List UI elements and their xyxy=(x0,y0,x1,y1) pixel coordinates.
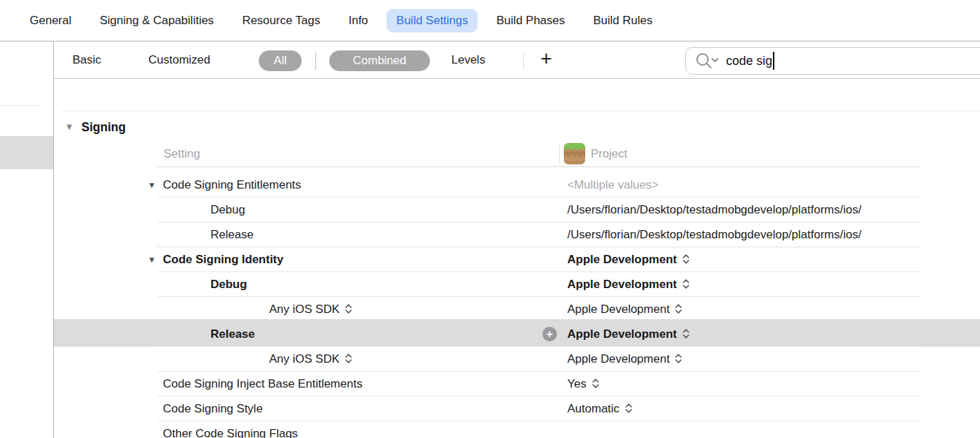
setting-value[interactable]: /Users/florian/Desktop/testadmobgdevelop… xyxy=(567,198,861,222)
setting-column-header: Setting xyxy=(164,141,200,166)
setting-value[interactable]: Apple Development xyxy=(567,297,683,322)
stepper-chevrons-icon[interactable] xyxy=(674,303,683,314)
tab-info[interactable]: Info xyxy=(349,14,368,28)
disclosure-triangle-icon[interactable]: ▼ xyxy=(65,115,74,140)
setting-value[interactable]: <Multiple values> xyxy=(567,173,658,198)
table-header-divider xyxy=(157,166,920,167)
setting-value[interactable]: Apple Development xyxy=(567,322,690,347)
settings-table-header: Setting Project xyxy=(0,141,980,166)
table-row-other-code-signing-flags[interactable]: Other Code Signing Flags xyxy=(54,421,980,438)
toolbar-divider xyxy=(315,52,316,70)
disclosure-triangle-icon[interactable]: ▼ xyxy=(148,247,156,272)
tab-build-settings[interactable]: Build Settings xyxy=(386,9,478,32)
setting-value[interactable]: /Users/florian/Desktop/testadmobgdevelop… xyxy=(567,222,861,247)
setting-value[interactable]: Apple Development xyxy=(567,247,690,272)
tab-resource-tags[interactable]: Resource Tags xyxy=(242,14,320,28)
stepper-chevrons-icon[interactable] xyxy=(682,254,690,265)
view-button-levels[interactable]: Levels xyxy=(451,41,485,78)
setting-value[interactable]: Apple Development xyxy=(567,347,683,372)
setting-name: Release xyxy=(210,322,255,347)
table-row-any-ios-sdk-7[interactable]: Any iOS SDKApple Development xyxy=(54,347,980,372)
stepper-chevrons-icon[interactable] xyxy=(591,378,600,389)
search-field[interactable]: code sig xyxy=(685,47,980,75)
signing-section-header[interactable]: ▼ Signing xyxy=(0,115,980,140)
table-row-debug[interactable]: Debug/Users/florian/Desktop/testadmobgde… xyxy=(54,198,980,222)
table-row-debug[interactable]: DebugApple Development xyxy=(54,272,980,297)
setting-value[interactable]: Apple Development xyxy=(567,272,690,297)
search-input-value[interactable]: code sig xyxy=(726,54,772,68)
setting-name: Code Signing Inject Base Entitlements xyxy=(163,372,362,397)
table-row-any-ios-sdk-5[interactable]: Any iOS SDKApple Development xyxy=(54,297,980,322)
project-app-icon xyxy=(564,143,585,173)
add-setting-button[interactable]: + xyxy=(540,41,552,76)
project-column-header: Project xyxy=(591,141,627,166)
setting-name: Debug xyxy=(210,198,245,222)
toolbar-divider xyxy=(523,52,524,70)
tab-general[interactable]: General xyxy=(30,14,71,28)
stepper-chevrons-icon[interactable] xyxy=(344,303,353,314)
setting-name: Debug xyxy=(210,272,247,297)
stepper-chevrons-icon[interactable] xyxy=(625,403,633,414)
setting-name: Any iOS SDK xyxy=(269,297,353,322)
setting-name: Code Signing Style xyxy=(163,397,263,421)
stepper-chevrons-icon[interactable] xyxy=(682,278,690,289)
stepper-chevrons-icon[interactable] xyxy=(682,328,690,339)
scope-button-basic[interactable]: Basic xyxy=(72,41,101,78)
table-row-code-signing-entitlements[interactable]: ▼Code Signing Entitlements<Multiple valu… xyxy=(54,173,980,198)
stepper-chevrons-icon[interactable] xyxy=(674,353,683,364)
table-row-code-signing-style[interactable]: Code Signing StyleAutomatic xyxy=(54,397,980,421)
tab-build-phases[interactable]: Build Phases xyxy=(496,14,565,28)
search-icon[interactable] xyxy=(695,52,718,70)
scope-button-all[interactable]: All xyxy=(259,50,302,71)
stepper-chevrons-icon[interactable] xyxy=(344,353,353,364)
setting-name: Code Signing Identity xyxy=(163,247,284,272)
scope-button-customized[interactable]: Customized xyxy=(148,41,210,78)
setting-value[interactable]: Yes xyxy=(567,372,600,397)
target-tab-bar: GeneralSigning & CapabilitiesResource Ta… xyxy=(0,0,980,41)
setting-name: Code Signing Entitlements xyxy=(163,173,301,198)
view-button-combined[interactable]: Combined xyxy=(329,50,430,71)
text-cursor xyxy=(773,52,774,70)
table-row-code-signing-inject-base-entitlements[interactable]: Code Signing Inject Base EntitlementsYes xyxy=(54,372,980,397)
tab-signing-capabilities[interactable]: Signing & Capabilities xyxy=(99,14,213,28)
navigator-row-divider xyxy=(0,105,41,106)
section-title: Signing xyxy=(81,115,126,140)
table-row-code-signing-identity[interactable]: ▼Code Signing IdentityApple Development xyxy=(54,247,980,272)
content-divider xyxy=(61,111,980,111)
add-override-button[interactable]: + xyxy=(542,327,557,341)
disclosure-triangle-icon[interactable]: ▼ xyxy=(148,173,156,198)
table-row-release[interactable]: Release/Users/florian/Desktop/testadmobg… xyxy=(54,222,980,247)
setting-value[interactable]: Automatic xyxy=(567,397,633,421)
table-row-release[interactable]: Release+Apple Development xyxy=(54,322,980,347)
tab-build-rules[interactable]: Build Rules xyxy=(594,14,653,28)
setting-name: Release xyxy=(210,222,253,247)
setting-name: Any iOS SDK xyxy=(269,347,353,372)
column-divider xyxy=(559,144,560,164)
setting-name: Other Code Signing Flags xyxy=(163,421,298,438)
